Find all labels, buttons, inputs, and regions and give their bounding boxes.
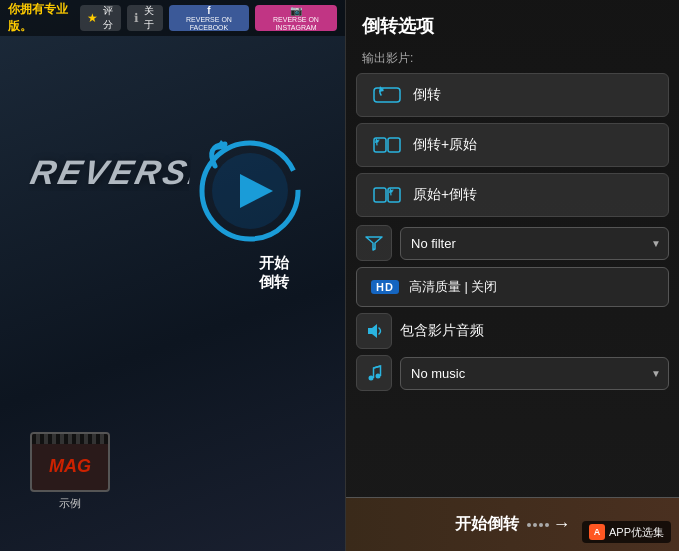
facebook-button[interactable]: f REVERSE ON FACEBOOK [169, 5, 249, 31]
rate-label: 评分 [101, 4, 114, 32]
dot3 [539, 523, 543, 527]
option-original-reverse-label: 原始+倒转 [413, 186, 477, 204]
thumbnail-label: 示例 [30, 496, 110, 511]
thumbnail-container[interactable]: MAG 示例 [30, 432, 110, 511]
option-reverse-original-label: 倒转+原始 [413, 136, 477, 154]
svg-rect-5 [374, 88, 400, 102]
dot2 [533, 523, 537, 527]
start-reverse-button[interactable] [195, 136, 305, 250]
rate-button[interactable]: ★ 评分 [80, 5, 121, 31]
audio-label: 包含影片音频 [400, 322, 484, 340]
instagram-button[interactable]: 📷 REVERSE ON INSTAGRAM [255, 5, 337, 31]
info-icon: ℹ [134, 11, 139, 25]
music-select-wrapper[interactable]: No music Track 1 Track 2 ▼ [400, 357, 669, 390]
arrow-right-icon: → [553, 514, 571, 535]
music-select[interactable]: No music Track 1 Track 2 [400, 357, 669, 390]
left-panel: 你拥有专业版。 ★ 评分 ℹ 关于 f REVERSE ON FACEBOOK … [0, 0, 345, 551]
left-content: REVERSE 开始 倒转 [0, 36, 345, 551]
filter-icon [356, 225, 392, 261]
watermark-icon: A [589, 524, 605, 540]
hd-button[interactable]: HD 高清质量 | 关闭 [356, 267, 669, 307]
hd-badge: HD [371, 280, 399, 294]
dot1 [527, 523, 531, 527]
about-label: 关于 [142, 4, 156, 32]
option-reverse-label: 倒转 [413, 86, 441, 104]
about-button[interactable]: ℹ 关于 [127, 5, 163, 31]
svg-line-16 [374, 366, 381, 368]
film-strip [32, 434, 108, 444]
thumbnail-text: MAG [49, 456, 91, 477]
instagram-icon: 📷 [290, 5, 302, 16]
facebook-label: REVERSE ON FACEBOOK [175, 16, 243, 31]
audio-icon [356, 313, 392, 349]
hd-label: 高清质量 | 关闭 [409, 278, 498, 296]
app-logo: REVERSE [28, 146, 193, 199]
music-icon [356, 355, 392, 391]
video-thumbnail[interactable]: MAG [30, 432, 110, 492]
filter-select-wrapper[interactable]: No filter Filter 1 Filter 2 ▼ [400, 227, 669, 260]
hd-row: HD 高清质量 | 关闭 [356, 267, 669, 307]
dot4 [545, 523, 549, 527]
pro-badge: 你拥有专业版。 [8, 1, 74, 35]
audio-row: 包含影片音频 [356, 313, 669, 349]
output-label: 输出影片: [346, 46, 679, 73]
svg-rect-8 [388, 138, 400, 152]
option-reverse-original[interactable]: 倒转+原始 [356, 123, 669, 167]
facebook-icon: f [207, 5, 210, 16]
svg-rect-10 [374, 188, 386, 202]
start-text: 开始 [259, 254, 289, 273]
dots-arrow: → [527, 514, 571, 535]
option-reverse[interactable]: 倒转 [356, 73, 669, 117]
right-content: 倒转选项 输出影片: 倒转 [346, 0, 679, 551]
start-label-container: 开始 倒转 [259, 254, 289, 292]
start-btn-label: 开始倒转 [455, 514, 519, 535]
music-row: No music Track 1 Track 2 ▼ [356, 355, 669, 391]
top-bar: 你拥有专业版。 ★ 评分 ℹ 关于 f REVERSE ON FACEBOOK … [0, 0, 345, 36]
watermark-label: APP优选集 [609, 525, 664, 540]
filter-select[interactable]: No filter Filter 1 Filter 2 [400, 227, 669, 260]
original-reverse-icon [371, 184, 403, 206]
right-panel: 倒转选项 输出影片: 倒转 [345, 0, 679, 551]
svg-marker-13 [368, 324, 377, 338]
star-icon: ★ [87, 11, 98, 25]
filter-row: No filter Filter 1 Filter 2 ▼ [356, 225, 669, 261]
svg-text:REVERSE: REVERSE [28, 153, 192, 191]
option-original-reverse[interactable]: 原始+倒转 [356, 173, 669, 217]
start-subtext: 倒转 [259, 273, 289, 292]
instagram-label: REVERSE ON INSTAGRAM [261, 16, 331, 31]
reverse-original-icon [371, 134, 403, 156]
options-header: 倒转选项 [346, 0, 679, 46]
reverse-icon [371, 84, 403, 106]
output-options: 倒转 倒转+原始 [346, 73, 679, 217]
watermark: A APP优选集 [582, 521, 671, 543]
